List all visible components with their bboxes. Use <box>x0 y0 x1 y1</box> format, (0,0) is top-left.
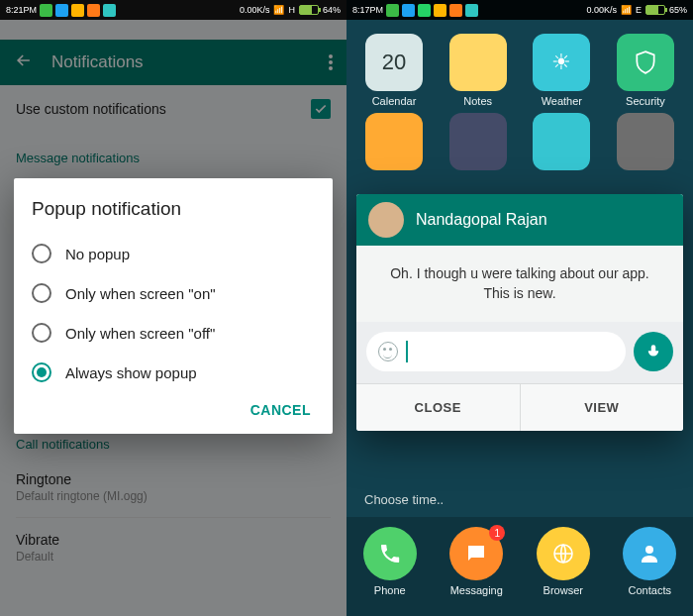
home-row <box>360 113 679 170</box>
folder-icon <box>449 113 507 170</box>
weather-icon: ☀ <box>533 34 590 91</box>
dock-label: Contacts <box>629 584 671 596</box>
dock-browser[interactable]: Browser <box>530 527 597 596</box>
popup-button-row: CLOSE VIEW <box>356 383 683 431</box>
emoji-icon[interactable] <box>378 342 398 361</box>
status-time: 8:21PM <box>6 5 37 15</box>
status-icon <box>55 4 68 17</box>
battery-icon <box>645 5 665 15</box>
cancel-button[interactable]: CANCEL <box>250 402 311 418</box>
status-icon <box>402 4 415 17</box>
radio-icon <box>32 283 51 303</box>
whatsapp-popup: Nandagopal Rajan Oh. I though u were tal… <box>356 194 683 431</box>
radio-label: No popup <box>65 246 130 262</box>
app-label: Weather <box>542 95 582 107</box>
status-icon <box>87 4 100 17</box>
status-icon <box>386 4 399 17</box>
radio-label: Always show popup <box>65 364 197 381</box>
widget-choose-time[interactable]: Choose time.. <box>364 492 444 507</box>
status-nettype: E <box>636 5 642 15</box>
radio-label: Only when screen "on" <box>65 285 216 302</box>
radio-icon <box>32 323 51 343</box>
app-social-folder[interactable] <box>445 113 512 170</box>
dock-label: Phone <box>374 584 406 596</box>
text-caret <box>406 341 408 362</box>
signal-icon: 📶 <box>273 5 284 15</box>
battery-icon <box>299 5 319 15</box>
dock-phone[interactable]: Phone <box>356 527 424 596</box>
messaging-icon: 1 <box>449 527 503 580</box>
popup-input-row <box>356 322 683 383</box>
browser-icon <box>537 527 590 580</box>
dialog-title: Popup notification <box>32 198 315 220</box>
status-icon <box>449 4 462 17</box>
folder-icon <box>365 113 423 170</box>
close-button[interactable]: CLOSE <box>356 384 520 431</box>
signal-icon: 📶 <box>621 5 632 15</box>
app-label: Notes <box>463 95 492 107</box>
home-row: 20 Calendar Notes ☀ Weather Security <box>360 34 679 107</box>
app-swiftkey[interactable] <box>528 113 595 170</box>
avatar <box>368 202 404 238</box>
app-calendar[interactable]: 20 Calendar <box>360 34 428 107</box>
status-nettype: H <box>288 5 295 15</box>
status-time: 8:17PM <box>352 5 383 15</box>
radio-icon <box>32 244 51 263</box>
popup-message: Oh. I though u were talking about our ap… <box>356 246 683 322</box>
view-button[interactable]: VIEW <box>520 384 684 431</box>
phone-left-screenshot: 8:21PM 0.00K/s 📶 H 64% Notifications <box>0 0 346 616</box>
status-bar: 8:21PM 0.00K/s 📶 H 64% <box>0 0 346 20</box>
contact-name: Nandagopal Rajan <box>416 211 547 229</box>
status-battpct: 64% <box>323 5 341 15</box>
dock-contacts[interactable]: Contacts <box>616 527 683 596</box>
popup-notification-dialog: Popup notification No popup Only when sc… <box>14 178 333 434</box>
radio-label: Only when screen "off" <box>65 325 215 342</box>
app-weather[interactable]: ☀ Weather <box>528 34 595 107</box>
status-icon <box>418 4 431 17</box>
calendar-icon: 20 <box>365 34 423 91</box>
dock: Phone 1 Messaging Browser Contacts <box>346 517 693 616</box>
app-notes[interactable]: Notes <box>445 34 512 107</box>
status-icon <box>103 4 116 17</box>
svg-point-1 <box>645 546 653 554</box>
status-netspeed: 0.00K/s <box>586 5 617 15</box>
dock-messaging[interactable]: 1 Messaging <box>443 527 510 596</box>
app-generic[interactable] <box>612 113 679 170</box>
status-icon <box>434 4 446 17</box>
app-security[interactable]: Security <box>612 34 679 107</box>
badge: 1 <box>489 525 505 541</box>
phone-right-screenshot: 8:17PM 0.00K/s 📶 E 65% 20 Calendar Notes <box>346 0 693 616</box>
reply-input[interactable] <box>366 332 626 371</box>
security-icon <box>617 34 674 91</box>
phone-icon <box>363 527 417 580</box>
status-icon <box>40 4 52 17</box>
status-netspeed: 0.00K/s <box>240 5 270 15</box>
status-icon <box>465 4 478 17</box>
radio-option-screen-on[interactable]: Only when screen "on" <box>32 273 315 313</box>
app-icon <box>617 113 674 170</box>
notes-icon <box>449 34 507 91</box>
app-label: Security <box>626 95 665 107</box>
radio-selected-icon <box>32 362 51 382</box>
radio-option-always[interactable]: Always show popup <box>32 353 315 392</box>
status-battpct: 65% <box>669 5 687 15</box>
contacts-icon <box>623 527 676 580</box>
popup-header[interactable]: Nandagopal Rajan <box>356 194 683 246</box>
status-icon <box>71 4 84 17</box>
app-folder[interactable] <box>360 113 428 170</box>
swiftkey-icon <box>533 113 590 170</box>
dock-label: Messaging <box>450 584 503 596</box>
radio-option-screen-off[interactable]: Only when screen "off" <box>32 313 315 353</box>
radio-option-no-popup[interactable]: No popup <box>32 234 315 273</box>
mic-button[interactable] <box>634 332 673 371</box>
dock-label: Browser <box>544 584 583 596</box>
app-label: Calendar <box>372 95 417 107</box>
status-bar: 8:17PM 0.00K/s 📶 E 65% <box>346 0 693 20</box>
